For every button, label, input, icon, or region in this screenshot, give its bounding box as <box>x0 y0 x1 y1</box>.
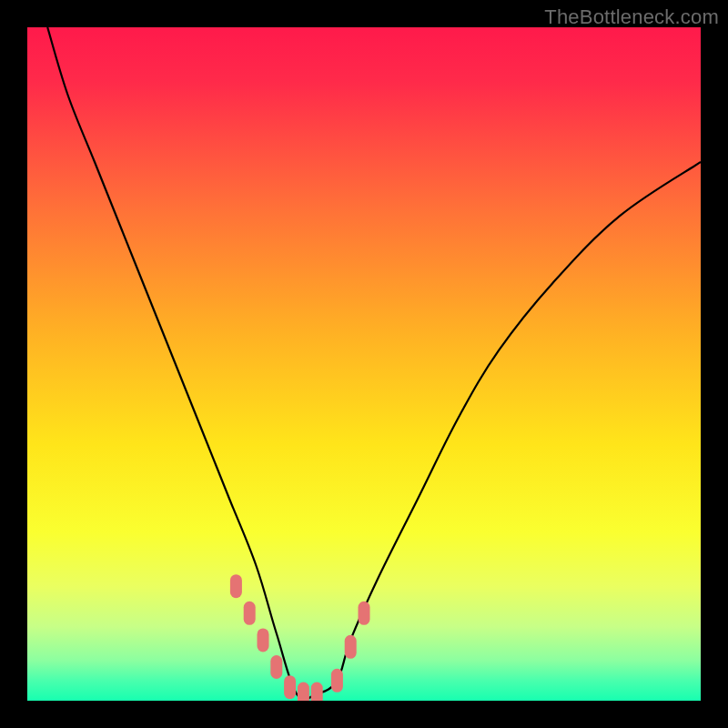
marker-group <box>230 574 370 701</box>
curve-marker <box>345 635 357 659</box>
curve-marker <box>258 628 269 652</box>
watermark-text: TheBottleneck.com <box>544 5 719 29</box>
curve-marker <box>331 669 343 693</box>
plot-area <box>27 27 701 701</box>
curve-marker <box>311 682 323 701</box>
curve-marker <box>244 602 256 625</box>
curve-marker <box>230 574 242 598</box>
bottleneck-curve <box>47 27 701 700</box>
curve-marker <box>359 602 370 625</box>
curve-marker <box>298 682 309 701</box>
curve-layer <box>27 27 701 701</box>
curve-marker <box>270 655 282 679</box>
chart-frame: TheBottleneck.com <box>0 0 728 728</box>
curve-marker <box>284 675 296 699</box>
